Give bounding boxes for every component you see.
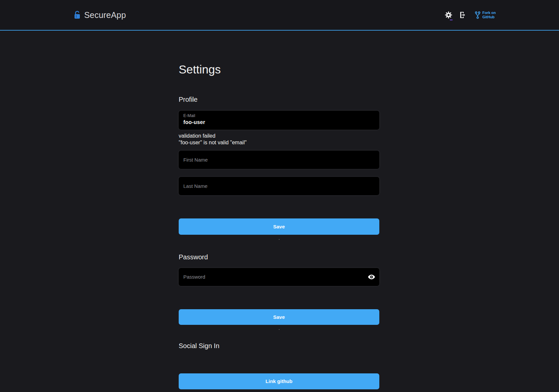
first-name-input[interactable]	[179, 151, 379, 169]
settings-gear-button[interactable]	[445, 11, 452, 19]
section-divider-dot	[279, 239, 280, 240]
logout-icon	[459, 11, 466, 19]
gear-icon	[445, 11, 452, 19]
password-field	[179, 268, 379, 286]
profile-section-heading: Profile	[179, 95, 379, 103]
navbar-actions: Fork on GitHub	[445, 11, 496, 19]
logout-button[interactable]	[459, 11, 466, 19]
validation-error-title: validation failed	[179, 133, 379, 139]
validation-error-detail: "foo-user" is not valid "email"	[179, 139, 379, 146]
email-validation-error: validation failed "foo-user" is not vali…	[179, 133, 379, 146]
link-github-button[interactable]: Link github	[179, 373, 379, 389]
lock-icon	[74, 11, 81, 19]
app-title: SecureApp	[84, 10, 126, 20]
email-field-label: E-Mail	[183, 113, 375, 118]
fork-link-label: Fork on GitHub	[482, 11, 496, 19]
brand: SecureApp	[74, 10, 126, 20]
last-name-input[interactable]	[179, 177, 379, 195]
email-input[interactable]	[183, 118, 375, 125]
save-password-button[interactable]: Save	[179, 309, 379, 325]
page-title: Settings	[179, 63, 379, 76]
settings-page: Settings Profile E-Mail validation faile…	[179, 31, 379, 389]
password-section-heading: Password	[179, 253, 379, 261]
email-field: E-Mail	[179, 111, 379, 130]
save-profile-button[interactable]: Save	[179, 218, 379, 235]
eye-icon	[368, 274, 375, 279]
social-signin-section-heading: Social Sign In	[179, 342, 379, 350]
navbar: SecureApp	[0, 0, 559, 31]
password-input[interactable]	[179, 268, 379, 286]
fork-on-github-link[interactable]: Fork on GitHub	[475, 11, 496, 19]
gear-active-indicator	[450, 20, 453, 20]
git-fork-icon	[475, 11, 480, 19]
toggle-password-visibility-button[interactable]	[368, 274, 375, 279]
section-divider-dot	[279, 329, 280, 330]
